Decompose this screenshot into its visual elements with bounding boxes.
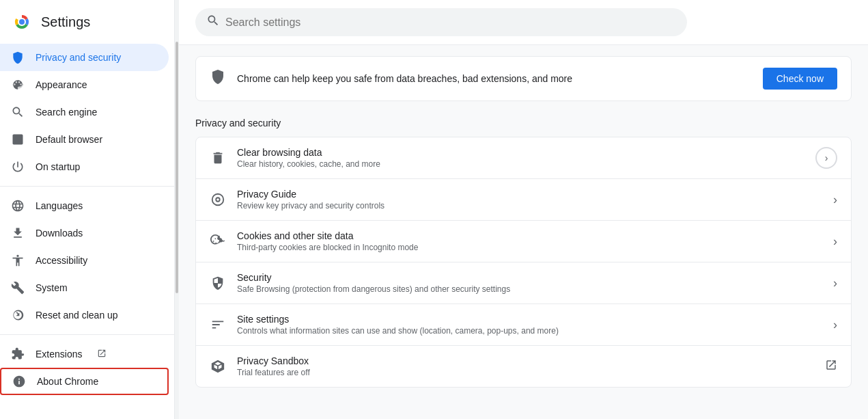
sidebar-item-label-privacy: Privacy and security — [36, 52, 121, 63]
external-link-icon — [97, 349, 107, 360]
content-area: Chrome can help keep you safe from data … — [179, 45, 868, 419]
settings-item-privacy-sandbox[interactable]: Privacy Sandbox Trial features are off — [196, 346, 851, 387]
safety-banner-text: Chrome can help keep you safe from data … — [237, 73, 752, 84]
settings-item-privacy-guide[interactable]: Privacy Guide Review key privacy and sec… — [196, 179, 851, 221]
sidebar-item-languages[interactable]: Languages — [0, 192, 169, 219]
sidebar-divider-2 — [0, 334, 174, 335]
search-icon — [206, 14, 220, 31]
privacy-sandbox-title: Privacy Sandbox — [237, 355, 814, 366]
chevron-right-icon-1: › — [833, 193, 837, 207]
privacy-section-title: Privacy and security — [195, 112, 852, 137]
cookies-desc: Third-party cookies are blocked in Incog… — [237, 243, 822, 252]
sidebar-item-reset-and-clean-up[interactable]: Reset and clean up — [0, 301, 169, 329]
clear-browsing-data-content: Clear browsing data Clear history, cooki… — [237, 147, 804, 169]
search-engine-icon — [11, 105, 25, 119]
appearance-icon — [11, 78, 25, 92]
privacy-settings-list: Clear browsing data Clear history, cooki… — [195, 137, 852, 388]
sidebar: Settings Privacy and security Appearance… — [0, 0, 175, 419]
sidebar-item-label-about-chrome: About Chrome — [37, 376, 98, 387]
security-title: Security — [237, 272, 822, 283]
svg-point-2 — [19, 19, 25, 25]
cookies-title: Cookies and other site data — [237, 230, 822, 241]
chevron-right-icon-2: › — [833, 234, 837, 249]
search-bar — [195, 8, 687, 36]
sidebar-divider-1 — [0, 186, 174, 187]
sidebar-item-label-languages: Languages — [36, 200, 83, 211]
privacy-sandbox-icon — [210, 359, 226, 374]
sidebar-item-extensions[interactable]: Extensions — [0, 340, 169, 368]
on-startup-icon — [11, 160, 25, 174]
about-chrome-icon — [12, 375, 26, 388]
site-settings-icon — [210, 317, 226, 332]
sidebar-item-downloads[interactable]: Downloads — [0, 219, 169, 247]
sidebar-item-on-startup[interactable]: On startup — [0, 153, 169, 180]
sidebar-item-label-extensions: Extensions — [36, 349, 82, 360]
privacy-security-icon — [11, 51, 25, 64]
sidebar-item-label-system: System — [36, 282, 68, 293]
search-input[interactable] — [225, 16, 676, 29]
site-settings-desc: Controls what information sites can use … — [237, 326, 822, 336]
extensions-icon — [11, 347, 25, 361]
sidebar-item-label-accessibility: Accessibility — [36, 255, 87, 266]
chevron-right-icon-4: › — [833, 318, 837, 332]
clear-browsing-data-title: Clear browsing data — [237, 147, 804, 158]
settings-item-security[interactable]: Security Safe Browsing (protection from … — [196, 262, 851, 304]
languages-icon — [11, 199, 25, 213]
privacy-guide-desc: Review key privacy and security controls — [237, 201, 822, 211]
sidebar-item-label-on-startup: On startup — [36, 161, 80, 172]
chrome-logo — [11, 11, 33, 33]
system-icon — [11, 281, 25, 295]
cookies-content: Cookies and other site data Third-party … — [237, 230, 822, 252]
security-content: Security Safe Browsing (protection from … — [237, 272, 822, 294]
reset-icon — [11, 308, 25, 322]
logo-area: Settings — [0, 5, 174, 44]
chevron-right-icon-3: › — [833, 276, 837, 290]
sidebar-item-about-chrome[interactable]: About Chrome — [0, 368, 169, 395]
security-desc: Safe Browsing (protection from dangerous… — [237, 284, 822, 294]
privacy-guide-content: Privacy Guide Review key privacy and sec… — [237, 189, 822, 211]
shield-icon — [210, 68, 226, 89]
downloads-icon — [11, 226, 25, 240]
privacy-guide-title: Privacy Guide — [237, 189, 822, 200]
search-bar-container — [179, 0, 868, 45]
accessibility-icon — [11, 254, 25, 267]
sidebar-item-privacy-and-security[interactable]: Privacy and security — [0, 44, 169, 71]
privacy-sandbox-content: Privacy Sandbox Trial features are off — [237, 355, 814, 377]
safety-check-banner: Chrome can help keep you safe from data … — [195, 56, 852, 101]
sidebar-item-system[interactable]: System — [0, 274, 169, 301]
trash-icon — [210, 150, 226, 165]
default-browser-icon — [11, 133, 25, 146]
app-title: Settings — [41, 14, 90, 30]
sidebar-item-default-browser[interactable]: Default browser — [0, 126, 169, 153]
privacy-guide-icon — [210, 192, 226, 207]
sidebar-item-appearance[interactable]: Appearance — [0, 71, 169, 98]
clear-browsing-data-desc: Clear history, cookies, cache, and more — [237, 159, 804, 169]
settings-item-site-settings[interactable]: Site settings Controls what information … — [196, 304, 851, 346]
svg-point-5 — [216, 198, 220, 202]
arrow-circle-icon: › — [815, 147, 837, 169]
sidebar-item-accessibility[interactable]: Accessibility — [0, 247, 169, 274]
external-link-icon-2 — [825, 359, 837, 375]
sidebar-item-search-engine[interactable]: Search engine — [0, 98, 169, 126]
cookies-icon — [210, 234, 226, 249]
site-settings-title: Site settings — [237, 314, 822, 325]
sidebar-item-label-appearance: Appearance — [36, 79, 87, 90]
site-settings-content: Site settings Controls what information … — [237, 314, 822, 336]
settings-item-clear-browsing-data[interactable]: Clear browsing data Clear history, cooki… — [196, 137, 851, 179]
privacy-sandbox-desc: Trial features are off — [237, 368, 814, 377]
svg-point-4 — [212, 194, 224, 206]
check-now-button[interactable]: Check now — [763, 68, 837, 90]
security-icon — [210, 275, 226, 290]
sidebar-item-label-search-engine: Search engine — [36, 107, 97, 118]
settings-item-cookies[interactable]: Cookies and other site data Third-party … — [196, 221, 851, 262]
sidebar-item-label-reset: Reset and clean up — [36, 310, 118, 321]
sidebar-item-label-default-browser: Default browser — [36, 134, 102, 145]
main-content: Chrome can help keep you safe from data … — [179, 0, 868, 419]
sidebar-item-label-downloads: Downloads — [36, 228, 83, 239]
